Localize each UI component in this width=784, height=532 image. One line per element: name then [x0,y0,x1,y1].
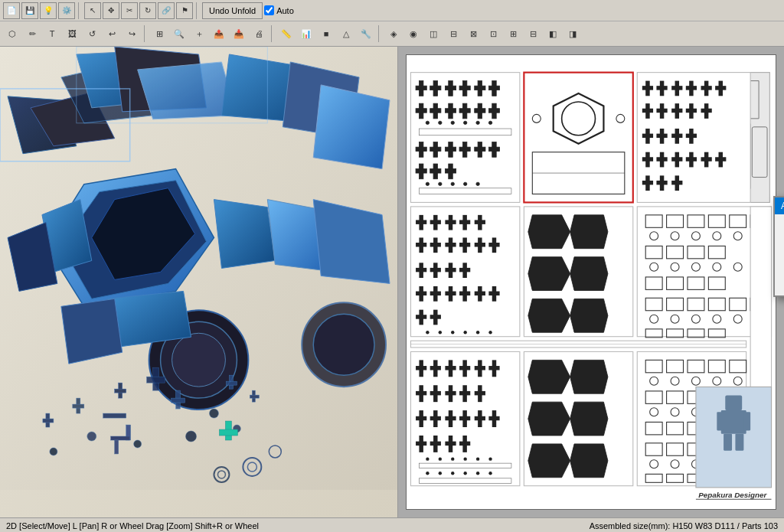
svg-rect-100 [430,147,441,151]
sq-btn[interactable]: ■ [317,24,335,43]
svg-rect-368 [721,410,746,434]
new-btn[interactable]: 📄 [3,2,20,19]
angle-btn[interactable]: △ [337,24,355,43]
svg-point-92 [451,121,454,124]
paper-preview-area: Pepakura Designer [406,54,776,510]
zoom-btn[interactable]: 🔍 [170,24,188,43]
view1-btn[interactable]: ◈ [384,24,403,43]
view9-btn[interactable]: ◧ [544,24,562,43]
view4-btn[interactable]: ⊟ [444,24,462,43]
svg-rect-69 [430,86,441,90]
svg-rect-102 [445,147,456,151]
view7-btn[interactable]: ⊞ [504,24,522,43]
svg-point-229 [488,331,492,334]
svg-rect-28 [172,398,185,403]
svg-rect-26 [147,377,165,383]
view10-btn[interactable]: ◨ [564,24,582,43]
bulb-btn[interactable]: 💡 [40,2,57,19]
toolbar-row2: ⬡ ✏ T 🖼 ↺ ↩ ↪ ⊞ 🔍 ＋ 📤 📥 🖨 📏 📊 ■ △ 🔧 ◈ ◉ … [0,21,784,46]
svg-rect-52 [103,413,126,418]
separator1 [78,2,81,19]
svg-point-44 [50,448,57,455]
hex-btn[interactable]: ⬡ [3,24,21,43]
svg-rect-71 [445,86,456,90]
svg-rect-372 [735,434,743,451]
svg-rect-187 [475,220,485,224]
settings-btn[interactable]: ⚙️ [58,2,75,19]
separator3 [144,25,147,42]
undo-btn[interactable]: ↩ [103,24,121,43]
plus-btn[interactable]: ＋ [190,24,208,43]
svg-rect-85 [459,109,470,113]
select-btn[interactable]: ↖ [84,2,101,19]
svg-rect-189 [416,243,426,246]
svg-rect-302 [445,416,456,420]
svg-rect-209 [416,292,426,295]
svg-point-90 [426,121,429,124]
2d-viewport[interactable]: Pepakura Designer Animation ✕ Speed Clos… [398,47,784,517]
import-btn[interactable]: 📥 [230,24,248,43]
svg-rect-219 [488,292,499,295]
svg-rect-217 [475,292,485,295]
svg-rect-134 [671,86,682,90]
svg-rect-207 [459,268,470,272]
view5-btn[interactable]: ⊠ [464,24,482,43]
tool2-btn[interactable]: 🔧 [357,24,375,43]
svg-rect-81 [430,109,441,113]
grid-btn[interactable]: ⊞ [150,24,168,43]
chart-btn[interactable]: 📊 [297,24,315,43]
text-btn[interactable]: T [43,24,61,43]
image-btn[interactable]: 🖼 [63,24,81,43]
svg-rect-276 [416,366,426,370]
svg-point-118 [463,182,466,185]
view6-btn[interactable]: ⊡ [484,24,502,43]
separator5 [378,25,381,42]
measure-btn[interactable]: 📏 [277,24,296,43]
svg-point-327 [463,472,466,475]
svg-rect-170 [715,157,726,161]
svg-point-328 [476,472,479,475]
svg-rect-205 [445,268,456,272]
redo-btn[interactable]: ↪ [122,24,141,43]
svg-point-324 [426,472,429,475]
svg-rect-211 [430,292,441,295]
svg-point-91 [439,121,442,124]
save-btn[interactable]: 💾 [21,2,38,19]
svg-rect-132 [656,86,667,90]
svg-rect-369 [717,412,724,430]
print-btn[interactable]: 🖨 [250,24,268,43]
svg-rect-195 [459,243,470,246]
3d-viewport[interactable] [0,47,398,517]
view8-btn[interactable]: ⊟ [524,24,542,43]
view2-btn[interactable]: ◉ [404,24,423,43]
svg-marker-9 [313,85,390,169]
svg-text:Pepakura Designer: Pepakura Designer [698,491,767,499]
undo-unfold-button[interactable]: Undo Unfold [202,2,263,19]
auto-checkbox[interactable] [264,5,274,15]
svg-point-228 [476,331,479,334]
cut-btn[interactable]: ✂ [121,2,138,19]
move-btn[interactable]: ✥ [103,2,119,19]
svg-rect-89 [488,109,499,113]
view3-btn[interactable]: ◫ [424,24,443,43]
svg-rect-203 [430,268,441,272]
pen-btn[interactable]: ✏ [23,24,41,43]
rotate3d-btn[interactable]: ↺ [83,24,101,43]
svg-rect-296 [475,391,485,395]
svg-rect-144 [656,109,667,113]
animation-dialog: Animation ✕ Speed Close ▶ ⏸ [773,196,784,297]
flag-btn[interactable]: ⚑ [176,2,193,19]
svg-point-325 [439,472,442,475]
rotate-btn[interactable]: ↻ [139,2,156,19]
dialog-title-bar[interactable]: Animation ✕ [775,197,784,214]
svg-rect-286 [488,366,499,370]
svg-rect-288 [416,391,426,395]
link-btn[interactable]: 🔗 [158,2,175,19]
svg-rect-223 [430,315,441,318]
svg-point-41 [186,431,197,442]
svg-point-322 [488,457,492,460]
auto-checkbox-group: Auto [264,5,294,15]
svg-rect-371 [724,434,732,451]
export-btn[interactable]: 📤 [210,24,228,43]
auto-label: Auto [276,6,294,15]
